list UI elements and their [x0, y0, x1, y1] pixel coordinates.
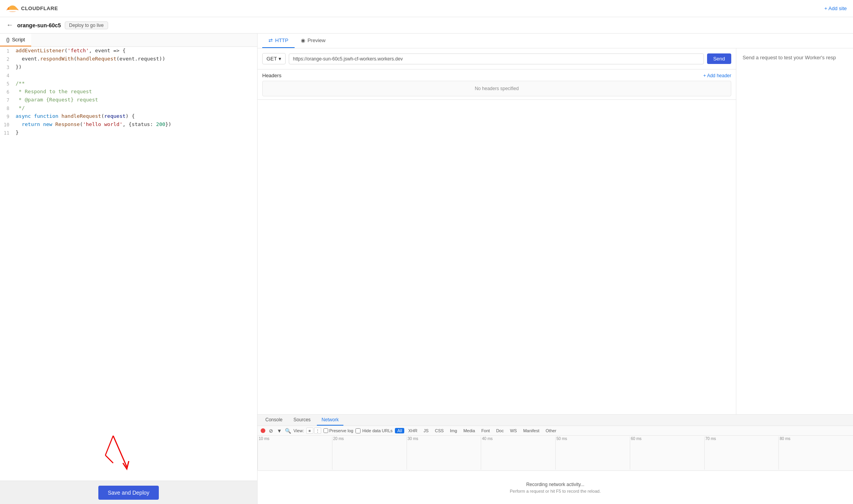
code-line: 7 * @param {Request} request: [0, 96, 257, 104]
view-label: View:: [293, 428, 304, 433]
filter-js[interactable]: JS: [421, 428, 431, 433]
http-request-area: GET ▾ Send: [258, 48, 736, 69]
timeline-tick: 40 ms: [481, 437, 555, 470]
network-recording-message: Recording network activity...: [526, 482, 584, 487]
code-line: 6 * Respond to the request: [0, 88, 257, 96]
method-value: GET: [267, 56, 277, 62]
filter-img[interactable]: Img: [448, 428, 459, 433]
response-hint-text: Send a request to test your Worker's res…: [743, 55, 836, 60]
svg-rect-5: [7, 10, 18, 11]
timeline-tick: 60 ms: [630, 437, 704, 470]
code-container[interactable]: 1addEventListener('fetch', event => { 2 …: [0, 47, 257, 481]
code-line: 8 */: [0, 104, 257, 112]
filter-doc[interactable]: Doc: [494, 428, 506, 433]
http-left: GET ▾ Send Headers + Add header No heade…: [258, 48, 736, 414]
url-input[interactable]: [289, 53, 704, 64]
tab-http[interactable]: ⇄ HTTP: [262, 34, 295, 48]
breadcrumb-bar: ← orange-sun-60c5 Deploy to go live: [0, 17, 853, 34]
no-headers-message: No headers specified: [262, 81, 731, 96]
devtools-panel: Console Sources Network ⊘ ▼ 🔍 View: ≡ ⋮: [258, 414, 853, 504]
panel-tabs: ⇄ HTTP ◉ Preview: [258, 34, 853, 48]
search-button[interactable]: 🔍: [285, 428, 291, 434]
timeline-tick: 70 ms: [704, 437, 779, 470]
bottom-bar: Save and Deploy: [0, 481, 257, 504]
headers-section: Headers + Add header No headers specifie…: [258, 69, 736, 100]
devtools-tab-sources[interactable]: Sources: [289, 415, 315, 426]
tab-preview[interactable]: ◉ Preview: [295, 34, 332, 48]
preserve-log-checkbox[interactable]: [323, 428, 328, 433]
filter-font[interactable]: Font: [479, 428, 492, 433]
save-deploy-button[interactable]: Save and Deploy: [98, 486, 159, 500]
code-line: 3}): [0, 63, 257, 71]
filter-button[interactable]: ▼: [276, 428, 283, 434]
preserve-log-label[interactable]: Preserve log: [323, 428, 354, 433]
topbar-left: CLOUDFLARE: [6, 5, 58, 12]
http-panel: GET ▾ Send Headers + Add header No heade…: [258, 48, 853, 414]
cloudflare-icon: [6, 5, 19, 12]
hide-data-label[interactable]: Hide data URLs: [355, 428, 393, 433]
hide-data-checkbox[interactable]: [355, 428, 361, 433]
http-tab-label: HTTP: [275, 37, 288, 43]
filter-manifest[interactable]: Manifest: [521, 428, 542, 433]
headers-row: Headers + Add header: [262, 73, 731, 78]
code-line: 2 event.respondWith(handleRequest(event.…: [0, 55, 257, 63]
filter-xhr[interactable]: XHR: [406, 428, 419, 433]
code-editor[interactable]: 1addEventListener('fetch', event => { 2 …: [0, 47, 257, 137]
devtools-tab-console[interactable]: Console: [261, 415, 287, 426]
network-hint-text: Perform a request or hit F5 to record th…: [510, 489, 601, 493]
code-line: 10 return new Response('hello world', {s…: [0, 121, 257, 129]
topbar: CLOUDFLARE + Add site: [0, 0, 853, 17]
brand-name: CLOUDFLARE: [21, 5, 58, 11]
add-header-button[interactable]: + Add header: [703, 73, 731, 78]
stop-button[interactable]: ⊘: [268, 428, 274, 434]
timeline-ruler: 10 ms 20 ms 30 ms 40 ms 50 ms 60 ms 70 m…: [258, 436, 853, 471]
method-chevron-icon: ▾: [279, 56, 281, 62]
send-button[interactable]: Send: [707, 53, 731, 64]
devtools-tab-network[interactable]: Network: [317, 415, 343, 426]
deploy-badge[interactable]: Deploy to go live: [65, 21, 108, 29]
editor-tabs: {} Script: [0, 34, 257, 47]
hide-data-text: Hide data URLs: [362, 428, 393, 433]
method-select[interactable]: GET ▾: [262, 53, 286, 64]
code-line: 11}: [0, 129, 257, 137]
code-line: 9async function handleRequest(request) {: [0, 112, 257, 121]
http-tab-icon: ⇄: [268, 37, 273, 43]
filter-media[interactable]: Media: [461, 428, 477, 433]
view-list-button[interactable]: ≡: [306, 428, 313, 434]
devtools-tabs: Console Sources Network: [258, 415, 853, 426]
timeline-tick: 10 ms: [258, 437, 332, 470]
filter-other[interactable]: Other: [543, 428, 559, 433]
response-hint: Send a request to test your Worker's res…: [736, 48, 853, 414]
view-buttons: ≡ ⋮: [306, 428, 321, 434]
network-content: Recording network activity... Perform a …: [258, 471, 853, 504]
record-button[interactable]: [261, 428, 265, 433]
right-panel: ⇄ HTTP ◉ Preview GET ▾ Send: [258, 34, 853, 504]
worker-name: orange-sun-60c5: [17, 22, 61, 28]
preview-tab-label: Preview: [307, 37, 325, 43]
devtools-toolbar: ⊘ ▼ 🔍 View: ≡ ⋮ Preserve log Hide data U…: [258, 426, 853, 436]
timeline-tick: 50 ms: [555, 437, 630, 470]
code-line: 5/**: [0, 80, 257, 88]
filter-ws[interactable]: WS: [508, 428, 519, 433]
code-line: 4: [0, 71, 257, 80]
filter-type-pills: All XHR JS CSS Img Media Font Doc WS Man…: [395, 428, 559, 433]
editor-panel: {} Script 1addEventListener('fetch', eve…: [0, 34, 258, 504]
timeline-tick: 20 ms: [332, 437, 407, 470]
code-line: 1addEventListener('fetch', event => {: [0, 47, 257, 55]
view-grid-button[interactable]: ⋮: [314, 428, 321, 434]
script-tab-label: Script: [12, 37, 25, 43]
preview-tab-icon: ◉: [301, 37, 305, 43]
tab-script[interactable]: {} Script: [0, 34, 31, 46]
main-area: {} Script 1addEventListener('fetch', eve…: [0, 34, 853, 504]
headers-label: Headers: [262, 73, 281, 78]
timeline-tick: 30 ms: [407, 437, 481, 470]
filter-all[interactable]: All: [395, 428, 404, 433]
timeline-tick: 80 ms: [778, 437, 853, 470]
back-button[interactable]: ←: [6, 21, 13, 29]
cloudflare-logo: CLOUDFLARE: [6, 5, 58, 12]
script-tab-icon: {}: [6, 37, 10, 43]
add-site-button[interactable]: + Add site: [825, 5, 847, 11]
filter-css[interactable]: CSS: [432, 428, 446, 433]
preserve-log-text: Preserve log: [329, 428, 354, 433]
